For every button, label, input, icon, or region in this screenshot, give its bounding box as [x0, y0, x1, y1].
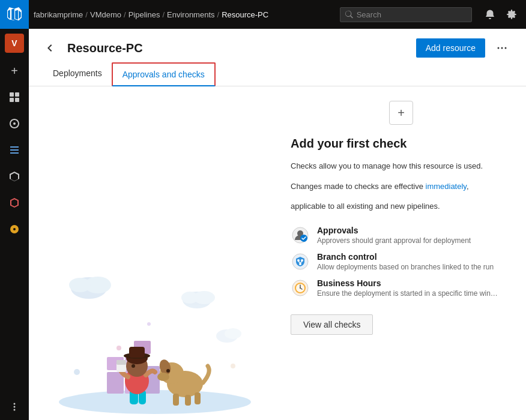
sidebar-item-settings[interactable] — [0, 216, 29, 242]
right-panel: + Add your first check Checks allow you … — [281, 86, 526, 420]
desc-line-2: Changes made to checks are effective imm… — [291, 181, 512, 193]
svg-point-8 — [498, 47, 500, 49]
sidebar-item-boards[interactable] — [0, 84, 29, 110]
topbar: fabrikamprime / VMdemo / Pipelines / Env… — [29, 0, 526, 29]
page-body: + Add your first check Checks allow you … — [29, 86, 526, 420]
approvals-desc: Approvers should grant approval for depl… — [317, 236, 471, 245]
breadcrumb-sep-1: / — [124, 10, 126, 19]
branch-icon — [291, 252, 310, 271]
breadcrumb-sep-0: / — [85, 10, 88, 19]
hours-name: Business Hours — [317, 278, 498, 288]
breadcrumb-sep-2: / — [162, 10, 165, 19]
more-options-button[interactable] — [492, 38, 512, 58]
sidebar: V + — [0, 0, 29, 420]
sidebar-item-more[interactable] — [0, 394, 29, 420]
branch-desc: Allow deployments based on branches link… — [317, 263, 494, 271]
hours-info: Business Hours Ensure the deployment is … — [317, 278, 498, 298]
svg-point-22 — [231, 364, 235, 368]
add-check-heading: Add your first check — [291, 137, 512, 151]
svg-point-43 — [132, 364, 135, 368]
breadcrumb-environments[interactable]: Environments — [167, 10, 214, 19]
search-box[interactable] — [340, 7, 472, 22]
tab-approvals-checks[interactable]: Approvals and checks — [112, 62, 216, 86]
sidebar-item-repos[interactable] — [0, 110, 29, 137]
main-area: fabrikamprime / VMdemo / Pipelines / Env… — [29, 0, 526, 420]
svg-point-63 — [300, 287, 301, 289]
svg-point-18 — [225, 328, 241, 339]
svg-point-6 — [14, 406, 16, 408]
content-area: Resource-PC Add resource Deployments App… — [29, 29, 526, 420]
svg-point-4 — [13, 122, 16, 125]
svg-point-54 — [301, 259, 303, 262]
hours-icon — [291, 278, 310, 298]
branch-info: Branch control Allow deployments based o… — [317, 252, 494, 271]
svg-rect-45 — [129, 347, 145, 358]
breadcrumb-sep-3: / — [217, 10, 220, 19]
breadcrumb-fabrikamprime[interactable]: fabrikamprime — [34, 10, 83, 19]
svg-point-7 — [14, 409, 16, 411]
check-item-branch[interactable]: Branch control Allow deployments based o… — [291, 252, 512, 271]
svg-point-34 — [166, 369, 170, 373]
search-icon — [345, 10, 353, 19]
view-all-checks-button[interactable]: View all checks — [291, 314, 373, 335]
svg-rect-3 — [15, 98, 19, 102]
breadcrumb: fabrikamprime / VMdemo / Pipelines / Env… — [34, 10, 268, 19]
add-resource-button[interactable]: Add resource — [416, 38, 485, 58]
user-avatar[interactable]: V — [5, 34, 24, 53]
approvals-icon — [291, 226, 310, 245]
approvals-name: Approvals — [317, 226, 471, 235]
svg-point-55 — [299, 263, 301, 265]
svg-point-33 — [157, 373, 169, 381]
svg-rect-24 — [107, 372, 124, 394]
desc-2-prefix: Changes made to checks are effective — [291, 182, 426, 191]
svg-point-10 — [505, 47, 507, 49]
svg-point-13 — [69, 278, 91, 292]
hours-desc: Ensure the deployment is started in a sp… — [317, 289, 498, 298]
check-item-hours[interactable]: Business Hours Ensure the deployment is … — [291, 278, 512, 298]
page-header: Resource-PC Add resource — [29, 29, 526, 58]
back-button[interactable] — [43, 40, 60, 56]
azure-devops-logo[interactable] — [0, 0, 29, 29]
breadcrumb-pipelines[interactable]: Pipelines — [128, 10, 160, 19]
svg-rect-1 — [15, 92, 19, 97]
notifications-icon[interactable] — [480, 5, 500, 24]
illustration-svg — [41, 240, 269, 420]
check-list: Approvals Approvers should grant approva… — [291, 226, 512, 298]
search-input[interactable] — [357, 10, 467, 19]
page-title: Resource-PC — [67, 41, 409, 55]
desc-line-3: applicable to all existing and new pipel… — [291, 200, 512, 212]
svg-rect-35 — [173, 394, 179, 406]
svg-point-20 — [147, 322, 151, 326]
sidebar-item-plus[interactable]: + — [0, 58, 29, 84]
svg-rect-2 — [10, 98, 14, 102]
approvals-info: Approvals Approvers should grant approva… — [317, 226, 471, 245]
desc-2-suffix: , — [467, 182, 469, 191]
svg-rect-0 — [10, 92, 14, 97]
svg-rect-48 — [116, 360, 126, 365]
svg-point-19 — [116, 346, 121, 350]
sidebar-item-testplans[interactable] — [0, 163, 29, 190]
add-check-plus-button[interactable]: + — [389, 101, 413, 125]
svg-point-16 — [181, 292, 198, 304]
desc-line-1: Checks allow you to manage how this reso… — [291, 160, 512, 172]
svg-rect-36 — [185, 395, 191, 406]
check-item-approvals[interactable]: Approvals Approvers should grant approva… — [291, 226, 512, 245]
svg-point-21 — [74, 369, 80, 375]
sidebar-item-pipelines[interactable] — [0, 137, 29, 163]
tabs: Deployments Approvals and checks — [29, 62, 526, 86]
svg-rect-37 — [195, 392, 201, 404]
svg-point-5 — [14, 403, 16, 405]
desc-2-highlight: immediately — [426, 182, 467, 191]
breadcrumb-resource-pc: Resource-PC — [222, 10, 268, 19]
tab-deployments[interactable]: Deployments — [43, 62, 112, 86]
branch-name: Branch control — [317, 252, 494, 262]
svg-point-9 — [501, 47, 503, 49]
settings-icon[interactable] — [502, 5, 521, 24]
sidebar-item-artifacts[interactable] — [0, 190, 29, 216]
illustration-area — [29, 86, 281, 420]
topbar-icons — [480, 5, 521, 24]
breadcrumb-vmdemo[interactable]: VMdemo — [90, 10, 121, 19]
svg-point-53 — [297, 259, 300, 262]
